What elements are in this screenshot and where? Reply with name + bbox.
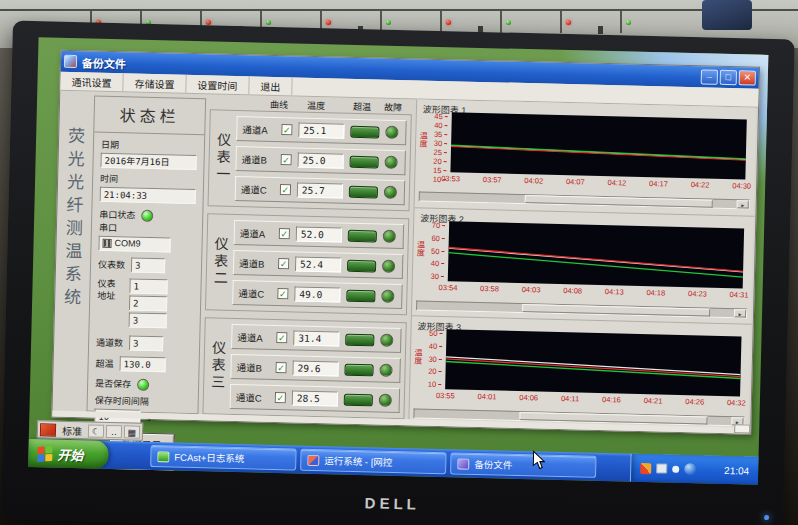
app-window: 备份文件 通讯设置 存储设置 设置时间 退出 荧光光纤测温系统 状态栏 <box>51 50 760 435</box>
ime-mode-label[interactable]: 标准 <box>58 422 86 438</box>
meter-count-value[interactable]: 3 <box>131 257 165 273</box>
series-line <box>451 146 746 160</box>
x-tick-label: 04:01 <box>478 392 497 401</box>
curve-checkbox[interactable] <box>281 154 292 165</box>
meter-address-1[interactable]: 1 <box>129 278 167 294</box>
time-value: 21:04:33 <box>100 187 196 204</box>
menu-comm-settings[interactable]: 通讯设置 <box>60 72 123 92</box>
taskbar-item-backup-file[interactable]: 备份文件 <box>450 452 596 478</box>
curve-checkbox[interactable] <box>278 258 289 269</box>
x-tick-label: 04:16 <box>602 395 621 404</box>
maximize-button[interactable] <box>720 70 737 85</box>
window-icon <box>64 55 77 68</box>
status-panel: 状态栏 日期 2016年7月16日 时间 21:04:33 串口状态 串口 CO… <box>86 96 206 415</box>
x-tick-label: 04:02 <box>524 176 543 185</box>
date-value: 2016年7月16日 <box>100 153 196 170</box>
indicator-light <box>626 20 631 25</box>
instrument-name: 仪表三 <box>203 318 229 414</box>
tray-icon[interactable] <box>640 462 651 473</box>
waveform-chart-3: 波形图表 3 温度 5040302010 03:5504:0104:0604:1… <box>409 315 752 431</box>
x-tick-label: 04:06 <box>519 393 538 402</box>
fault-column-header: 故障 <box>384 101 402 114</box>
menu-set-time[interactable]: 设置时间 <box>186 75 249 95</box>
instruments-column: 曲线 温度 超温 故障 仪表一 通道A 25.1 <box>202 94 412 423</box>
y-tick-label: 45 <box>434 112 448 121</box>
serial-port-label: 串口 <box>99 221 195 236</box>
y-axis-ticks: 4540353025201510 <box>425 112 447 172</box>
temperature-value: 29.6 <box>292 360 338 376</box>
curve-checkbox[interactable] <box>276 332 287 343</box>
dell-monitor: 备份文件 通讯设置 存储设置 设置时间 退出 荧光光纤测温系统 状态栏 <box>1 21 795 525</box>
instrument-name: 仪表一 <box>209 110 235 206</box>
meter-address-3[interactable]: 3 <box>129 312 167 328</box>
taskbar-item-run-system[interactable]: 运行系统 - [网控 <box>300 449 446 475</box>
curve-checkbox[interactable] <box>277 288 288 299</box>
curve-checkbox[interactable] <box>280 184 291 195</box>
tray-icon[interactable] <box>684 463 696 475</box>
channel-row: 通道C 28.5 <box>230 384 401 413</box>
status-panel-title: 状态栏 <box>94 97 205 136</box>
indicator-light <box>326 20 331 25</box>
fault-led <box>379 394 392 407</box>
scrollbar-right-arrow-icon[interactable] <box>734 309 746 317</box>
y-tick-label: 20 <box>433 157 447 166</box>
x-tick-label: 04:17 <box>649 179 668 188</box>
ime-language-bar[interactable]: 标准 <box>37 420 143 441</box>
start-button[interactable]: 开始 <box>28 439 109 469</box>
temperature-value: 28.5 <box>292 390 338 406</box>
channel-label: 通道B <box>236 360 269 375</box>
channel-count-value[interactable]: 3 <box>129 335 163 351</box>
meter-address-2[interactable]: 2 <box>129 295 167 311</box>
scrollbar-thumb[interactable] <box>525 195 713 208</box>
scrollbar-thumb[interactable] <box>522 304 710 317</box>
taskbar-item-log-system[interactable]: FCAst+日志系统 <box>150 445 296 471</box>
chart-scrollbar[interactable] <box>419 191 750 209</box>
serial-port-selector[interactable]: COM9 <box>98 236 170 253</box>
ime-input-method-icon[interactable] <box>40 423 56 436</box>
fault-led <box>380 334 393 347</box>
curve-checkbox[interactable] <box>281 124 292 135</box>
channel-count-label: 通道数 <box>96 336 123 350</box>
curve-checkbox[interactable] <box>279 228 290 239</box>
channel-row: 通道C 49.0 <box>232 280 403 309</box>
window-resize-grip[interactable] <box>734 424 750 433</box>
close-button[interactable] <box>739 70 756 85</box>
x-tick-label: 04:23 <box>688 289 707 298</box>
instrument-group-2: 仪表二 通道A 52.0 通道B <box>205 213 409 315</box>
overtemp-threshold-value[interactable]: 130.0 <box>119 356 165 372</box>
overtemp-indicator <box>344 363 373 376</box>
monitor-brand-logo: DELL <box>365 494 421 512</box>
windows-logo-icon <box>37 445 52 461</box>
scrollbar-right-arrow-icon[interactable] <box>737 200 749 208</box>
io-port-icon <box>102 239 111 248</box>
curve-checkbox[interactable] <box>275 362 286 373</box>
app-icon <box>157 451 169 462</box>
minimize-button[interactable] <box>701 69 718 84</box>
monitor-power-led <box>764 515 769 520</box>
channel-label: 通道C <box>236 390 269 405</box>
curve-checkbox[interactable] <box>275 392 286 403</box>
ime-fullwidth-icon[interactable] <box>88 424 104 437</box>
start-button-label: 开始 <box>57 444 83 464</box>
ime-softkeyboard-icon[interactable] <box>124 425 140 438</box>
feeder-line <box>560 11 562 33</box>
x-tick-label: 04:07 <box>566 177 585 186</box>
tray-icon[interactable] <box>656 463 667 473</box>
menu-exit[interactable]: 退出 <box>249 76 292 95</box>
y-tick-label: 10 <box>428 380 442 389</box>
channel-row: 通道A 25.1 <box>236 116 407 145</box>
overtemp-indicator <box>346 289 375 302</box>
y-tick-label: 35 <box>434 130 448 139</box>
overtemp-indicator <box>350 155 379 168</box>
chart-plot-area <box>450 112 746 179</box>
taskbar-item-label: 备份文件 <box>474 457 512 472</box>
serial-status-label: 串口状态 <box>99 208 135 222</box>
y-axis-ticks: 7060504030 <box>423 221 445 281</box>
x-tick-label: 04:21 <box>644 396 663 405</box>
time-label: 时间 <box>100 172 196 187</box>
channel-row: 通道B 29.6 <box>230 354 401 383</box>
fault-led <box>379 364 392 377</box>
tray-icon[interactable] <box>672 465 679 472</box>
ime-punctuation-icon[interactable] <box>106 424 122 437</box>
menu-storage-settings[interactable]: 存储设置 <box>123 73 186 93</box>
